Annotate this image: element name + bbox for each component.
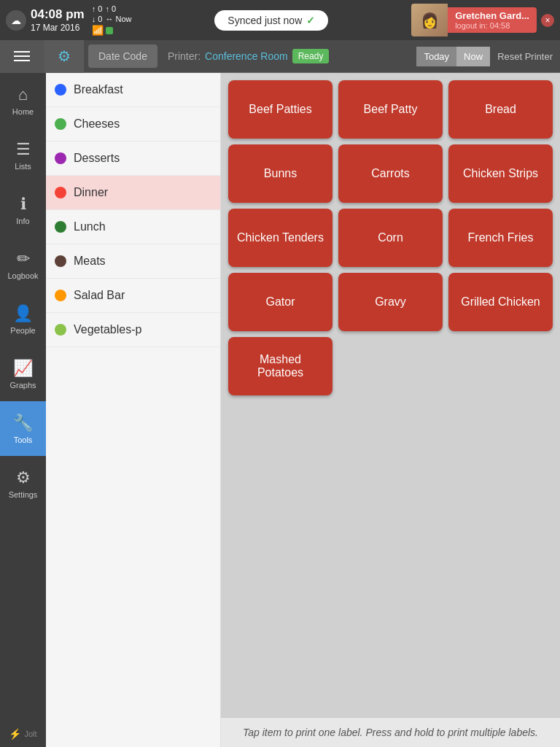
footer-hint-text: Tap item to print one label. Press and h… (243, 727, 538, 738)
grid-area: Beef Patties Beef Patty Bread Bunns Carr… (221, 73, 560, 747)
printer-info: Printer: Conference Room Ready (162, 49, 416, 63)
item-beef-patty[interactable]: Beef Patty (338, 80, 443, 139)
item-carrots[interactable]: Carrots (338, 144, 443, 203)
wifi-icon: 📶 (92, 25, 104, 36)
sidebar-item-lists[interactable]: ☰ Lists (0, 128, 46, 182)
sidebar-item-logbook[interactable]: ✏ Logbook (0, 237, 46, 292)
printer-label: Printer: (168, 50, 201, 62)
today-button[interactable]: Today (416, 47, 456, 66)
category-item-cheeses[interactable]: Cheeses (46, 107, 220, 142)
item-beef-patties[interactable]: Beef Patties (228, 80, 332, 139)
sidebar-label-lists: Lists (15, 162, 31, 171)
lunch-dot (55, 221, 66, 233)
weather-icon: ☁ (6, 10, 26, 31)
logbook-icon: ✏ (17, 249, 30, 268)
sidebar-item-settings[interactable]: ⚙ Settings (0, 456, 46, 511)
salad-bar-label: Salad Bar (74, 289, 125, 302)
item-gravy[interactable]: Gravy (338, 273, 443, 331)
sidebar-label-logbook: Logbook (7, 271, 38, 280)
desserts-dot (55, 152, 66, 164)
category-item-vegetables-p[interactable]: Vegetables-p (46, 313, 220, 347)
meats-dot (55, 255, 66, 267)
item-grid: Beef Patties Beef Patty Bread Bunns Carr… (221, 73, 560, 717)
sidebar-item-people[interactable]: 👤 People (0, 292, 46, 347)
meats-label: Meats (74, 255, 106, 268)
sidebar-label-info: Info (16, 217, 29, 225)
item-french-fries[interactable]: French Fries (448, 209, 553, 267)
sync-area: Synced just now ✓ (136, 10, 407, 31)
printer-status: Ready (292, 49, 330, 63)
time-display: 04:08 pm 17 Mar 2016 (31, 7, 85, 34)
settings-icon: ⚙ (16, 468, 31, 487)
user-logout-timer: logout in: 04:58 (455, 21, 529, 30)
user-avatar: 👩 (411, 4, 448, 36)
lists-icon: ☰ (16, 140, 31, 159)
category-item-salad-bar[interactable]: Salad Bar (46, 279, 220, 313)
user-name: Gretchen Gard... (455, 10, 529, 21)
sidebar-label-home: Home (12, 107, 34, 116)
status-dot (106, 27, 113, 34)
category-item-lunch[interactable]: Lunch (46, 210, 220, 244)
jolt-icon: ⚡ (9, 728, 21, 740)
footer-hint: Tap item to print one label. Press and h… (221, 717, 560, 747)
top-bar: ☁ 04:08 pm 17 Mar 2016 ↑ 0 ↑ 0 ↓ 0 ↔ Now… (0, 0, 560, 40)
sync-check-icon: ✓ (306, 15, 315, 26)
sidebar-item-home[interactable]: ⌂ Home (0, 73, 46, 128)
reset-printer-button[interactable]: Reset Printer (490, 47, 560, 66)
lunch-label: Lunch (74, 220, 106, 233)
user-info: Gretchen Gard... logout in: 04:58 (448, 7, 537, 33)
sync-label: Synced just now (228, 15, 302, 26)
sidebar-label-settings: Settings (9, 490, 38, 499)
sync-button[interactable]: Synced just now ✓ (214, 10, 328, 31)
dinner-label: Dinner (74, 186, 108, 199)
item-chicken-strips[interactable]: Chicken Strips (448, 144, 553, 203)
home-icon: ⌂ (18, 85, 28, 104)
breakfast-label: Breakfast (74, 83, 123, 96)
sidebar: ⌂ Home ☰ Lists ℹ Info ✏ Logbook 👤 People… (0, 73, 46, 747)
dinner-dot (55, 187, 66, 198)
graphs-icon: 📈 (13, 359, 33, 378)
tools-icon-sidebar: 🔧 (13, 414, 33, 433)
item-chicken-tenders[interactable]: Chicken Tenders (228, 209, 332, 267)
second-bar: ⚙ Date Code Printer: Conference Room Rea… (0, 40, 560, 73)
vegetables-dot (55, 324, 66, 336)
status-icons: ↑ 0 ↑ 0 ↓ 0 ↔ Now 📶 (92, 4, 132, 36)
date-code-tab[interactable]: Date Code (88, 44, 158, 68)
tools-icon: ⚙ (44, 40, 84, 73)
category-item-desserts[interactable]: Desserts (46, 142, 220, 176)
user-close-button[interactable]: × (541, 14, 554, 27)
sidebar-item-graphs[interactable]: 📈 Graphs (0, 347, 46, 401)
printer-name: Conference Room (205, 50, 288, 62)
main-layout: ⌂ Home ☰ Lists ℹ Info ✏ Logbook 👤 People… (0, 73, 560, 747)
item-gator[interactable]: Gator (228, 273, 332, 331)
category-item-meats[interactable]: Meats (46, 244, 220, 279)
current-date: 17 Mar 2016 (31, 23, 85, 34)
item-mashed-potatoes[interactable]: Mashed Potatoes (228, 337, 332, 395)
sidebar-item-info[interactable]: ℹ Info (0, 182, 46, 237)
hamburger-button[interactable] (0, 40, 44, 73)
category-item-breakfast[interactable]: Breakfast (46, 73, 220, 107)
item-bunns[interactable]: Bunns (228, 144, 332, 203)
jolt-footer: ⚡ Jolt (1, 721, 44, 747)
cheeses-dot (55, 118, 66, 130)
cheeses-label: Cheeses (74, 117, 120, 131)
category-list: Breakfast Cheeses Desserts Dinner Lunch … (46, 73, 221, 747)
current-time: 04:08 pm (31, 7, 85, 23)
sidebar-label-people: People (10, 326, 35, 335)
user-area: 👩 Gretchen Gard... logout in: 04:58 × (411, 4, 554, 36)
info-icon: ℹ (20, 195, 26, 214)
item-bread[interactable]: Bread (448, 80, 553, 139)
breakfast-dot (55, 84, 66, 96)
sidebar-label-tools: Tools (14, 436, 33, 444)
desserts-label: Desserts (74, 152, 120, 165)
vegetables-label: Vegetables-p (74, 323, 141, 336)
sidebar-label-graphs: Graphs (9, 381, 36, 390)
people-icon: 👤 (13, 304, 33, 323)
item-grilled-chicken[interactable]: Grilled Chicken (448, 273, 553, 331)
item-corn[interactable]: Corn (338, 209, 443, 267)
sidebar-item-tools[interactable]: 🔧 Tools (0, 401, 46, 456)
now-button[interactable]: Now (456, 47, 490, 66)
salad-bar-dot (55, 290, 66, 301)
jolt-label: Jolt (24, 729, 36, 738)
category-item-dinner[interactable]: Dinner (46, 176, 220, 210)
